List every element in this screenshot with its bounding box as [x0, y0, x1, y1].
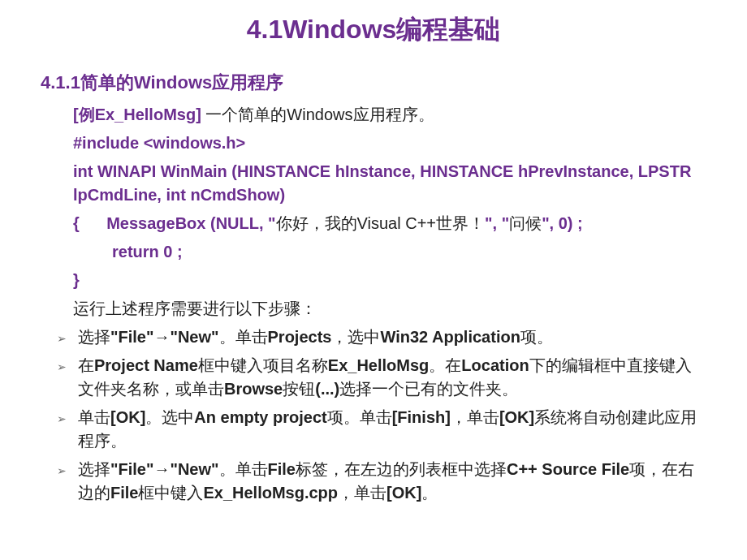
- bold-text: File: [110, 484, 138, 502]
- example-label: [例Ex_HelloMsg]: [73, 106, 201, 123]
- plain-text: 按钮: [283, 380, 315, 398]
- bold-text: An empty project: [194, 408, 326, 426]
- arrow-icon: →: [153, 328, 170, 346]
- step-item: ➢选择"File"→"New"。单击File标签，在左边的列表框中选择C++ S…: [73, 458, 706, 505]
- step-text: 在Project Name框中键入项目名称Ex_HelloMsg。在Locati…: [78, 354, 706, 401]
- bold-text: Win32 Application: [380, 328, 520, 346]
- arrow-icon: →: [153, 460, 170, 478]
- step-text: 选择"File"→"New"。单击Projects，选中Win32 Applic…: [78, 325, 706, 349]
- msgbox-text: 你好，我的Visual C++世界！: [276, 214, 485, 232]
- code-body: { MessageBox (NULL, "你好，我的Visual C++世界！"…: [73, 212, 706, 235]
- bold-text: Project Name: [94, 356, 198, 374]
- bold-text: Location: [461, 356, 529, 374]
- plain-text: 选择一个已有的文件夹。: [339, 380, 518, 398]
- plain-text: 单击: [78, 408, 110, 426]
- step-text: 单击[OK]。选中An empty project项。单击[Finish]，单击…: [78, 406, 706, 453]
- plain-text: 框中键入项目名称: [198, 356, 328, 374]
- plain-text: 项。: [520, 328, 553, 346]
- bold-text: [OK]: [499, 408, 534, 426]
- steps-intro: 运行上述程序需要进行以下步骤：: [73, 297, 706, 321]
- plain-text: 。: [421, 484, 438, 502]
- plain-text: 。单击: [219, 460, 268, 478]
- msgbox-caption: 问候: [509, 214, 542, 232]
- bold-text: "File": [110, 328, 153, 346]
- example-line: [例Ex_HelloMsg] 一个简单的Windows应用程序。: [73, 103, 706, 127]
- bold-text: C++ Source File: [507, 460, 629, 478]
- msgbox-pre: MessageBox (NULL, ": [106, 214, 275, 232]
- page-title: 4.1Windows编程基础: [41, 12, 706, 48]
- bullet-icon: ➢: [57, 359, 67, 375]
- bold-text: File: [268, 460, 296, 478]
- bold-text: "File": [110, 460, 153, 478]
- bold-text: Projects: [268, 328, 332, 346]
- bold-text: [OK]: [386, 484, 421, 502]
- bold-text: Ex_HelloMsg: [328, 356, 429, 374]
- code-winmain: int WINAPI WinMain (HINSTANCE hInstance,…: [73, 160, 706, 207]
- bold-text: [Finish]: [392, 408, 451, 426]
- bullet-icon: ➢: [57, 463, 67, 479]
- bold-text: Browse: [224, 380, 283, 398]
- bold-text: (...): [315, 380, 339, 398]
- bold-text: "New": [170, 328, 218, 346]
- plain-text: 标签，在左边的列表框中选择: [296, 460, 507, 478]
- step-item: ➢单击[OK]。选中An empty project项。单击[Finish]，单…: [73, 406, 706, 453]
- bullet-icon: ➢: [57, 330, 67, 347]
- bold-text: "New": [170, 460, 218, 478]
- bold-text: Ex_HelloMsg.cpp: [203, 484, 338, 502]
- plain-text: ，单击: [338, 484, 386, 502]
- steps-list: ➢选择"File"→"New"。单击Projects，选中Win32 Appli…: [73, 325, 706, 505]
- content-block: [例Ex_HelloMsg] 一个简单的Windows应用程序。 #includ…: [41, 103, 706, 505]
- step-item: ➢在Project Name框中键入项目名称Ex_HelloMsg。在Locat…: [73, 354, 706, 401]
- bullet-icon: ➢: [57, 411, 67, 427]
- step-item: ➢选择"File"→"New"。单击Projects，选中Win32 Appli…: [73, 325, 706, 349]
- plain-text: 。在: [429, 356, 461, 374]
- plain-text: 。单击: [219, 328, 268, 346]
- code-include: #include <windows.h>: [73, 131, 706, 155]
- brace-close: }: [73, 269, 706, 292]
- plain-text: 选择: [78, 328, 110, 346]
- plain-text: 项。单击: [327, 408, 392, 426]
- step-text: 选择"File"→"New"。单击File标签，在左边的列表框中选择C++ So…: [78, 458, 706, 505]
- plain-text: 选择: [78, 460, 110, 478]
- bold-text: [OK]: [110, 408, 145, 426]
- msgbox-post: ", ": [485, 214, 509, 232]
- plain-text: ，选中: [331, 328, 380, 346]
- plain-text: ，单击: [451, 408, 499, 426]
- msgbox-end: ", 0) ;: [542, 214, 583, 232]
- brace-open: {: [73, 214, 80, 232]
- plain-text: 在: [78, 356, 94, 374]
- plain-text: 。选中: [145, 408, 194, 426]
- code-return: return 0 ;: [73, 240, 706, 264]
- example-desc: 一个简单的Windows应用程序。: [201, 106, 434, 123]
- plain-text: 框中键入: [138, 484, 203, 502]
- section-heading: 4.1.1简单的Windows应用程序: [41, 71, 706, 95]
